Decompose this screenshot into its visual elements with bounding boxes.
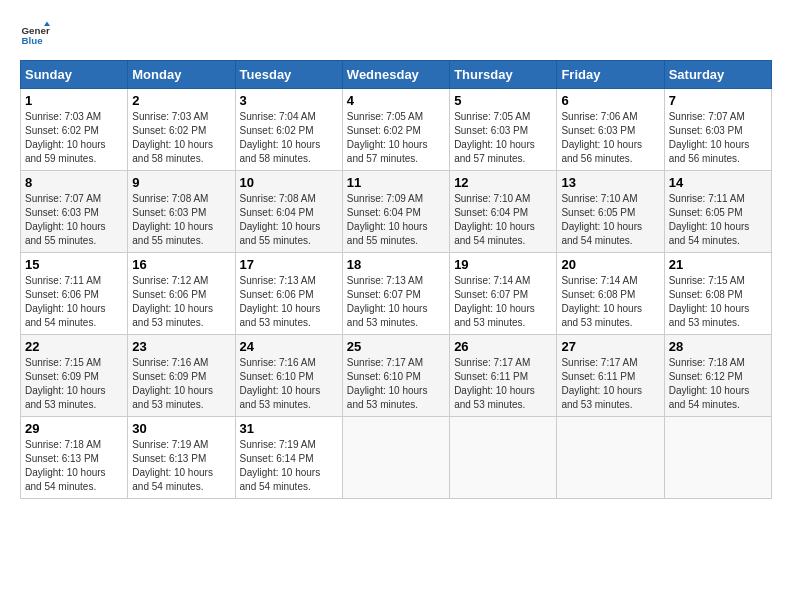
day-number: 27 xyxy=(561,339,659,354)
calendar-cell: 28Sunrise: 7:18 AM Sunset: 6:12 PM Dayli… xyxy=(664,335,771,417)
calendar-cell: 12Sunrise: 7:10 AM Sunset: 6:04 PM Dayli… xyxy=(450,171,557,253)
calendar-cell: 5Sunrise: 7:05 AM Sunset: 6:03 PM Daylig… xyxy=(450,89,557,171)
calendar-cell: 27Sunrise: 7:17 AM Sunset: 6:11 PM Dayli… xyxy=(557,335,664,417)
day-info: Sunrise: 7:17 AM Sunset: 6:11 PM Dayligh… xyxy=(454,356,552,412)
day-info: Sunrise: 7:03 AM Sunset: 6:02 PM Dayligh… xyxy=(132,110,230,166)
day-number: 14 xyxy=(669,175,767,190)
day-number: 29 xyxy=(25,421,123,436)
calendar-week-2: 8Sunrise: 7:07 AM Sunset: 6:03 PM Daylig… xyxy=(21,171,772,253)
day-number: 19 xyxy=(454,257,552,272)
day-number: 4 xyxy=(347,93,445,108)
day-number: 30 xyxy=(132,421,230,436)
day-number: 9 xyxy=(132,175,230,190)
day-info: Sunrise: 7:16 AM Sunset: 6:10 PM Dayligh… xyxy=(240,356,338,412)
day-info: Sunrise: 7:17 AM Sunset: 6:11 PM Dayligh… xyxy=(561,356,659,412)
day-number: 25 xyxy=(347,339,445,354)
day-number: 26 xyxy=(454,339,552,354)
day-number: 24 xyxy=(240,339,338,354)
calendar-cell: 14Sunrise: 7:11 AM Sunset: 6:05 PM Dayli… xyxy=(664,171,771,253)
day-number: 22 xyxy=(25,339,123,354)
calendar-cell: 19Sunrise: 7:14 AM Sunset: 6:07 PM Dayli… xyxy=(450,253,557,335)
calendar-cell: 23Sunrise: 7:16 AM Sunset: 6:09 PM Dayli… xyxy=(128,335,235,417)
calendar-cell: 20Sunrise: 7:14 AM Sunset: 6:08 PM Dayli… xyxy=(557,253,664,335)
calendar-cell: 18Sunrise: 7:13 AM Sunset: 6:07 PM Dayli… xyxy=(342,253,449,335)
day-number: 15 xyxy=(25,257,123,272)
calendar-cell: 7Sunrise: 7:07 AM Sunset: 6:03 PM Daylig… xyxy=(664,89,771,171)
day-number: 3 xyxy=(240,93,338,108)
calendar-cell: 16Sunrise: 7:12 AM Sunset: 6:06 PM Dayli… xyxy=(128,253,235,335)
day-info: Sunrise: 7:18 AM Sunset: 6:13 PM Dayligh… xyxy=(25,438,123,494)
calendar-cell: 29Sunrise: 7:18 AM Sunset: 6:13 PM Dayli… xyxy=(21,417,128,499)
calendar-cell: 8Sunrise: 7:07 AM Sunset: 6:03 PM Daylig… xyxy=(21,171,128,253)
day-number: 2 xyxy=(132,93,230,108)
day-info: Sunrise: 7:10 AM Sunset: 6:04 PM Dayligh… xyxy=(454,192,552,248)
weekday-header-sunday: Sunday xyxy=(21,61,128,89)
day-info: Sunrise: 7:05 AM Sunset: 6:02 PM Dayligh… xyxy=(347,110,445,166)
logo-icon: General Blue xyxy=(20,20,50,50)
weekday-header-friday: Friday xyxy=(557,61,664,89)
day-number: 6 xyxy=(561,93,659,108)
calendar-cell: 26Sunrise: 7:17 AM Sunset: 6:11 PM Dayli… xyxy=(450,335,557,417)
day-info: Sunrise: 7:12 AM Sunset: 6:06 PM Dayligh… xyxy=(132,274,230,330)
day-number: 8 xyxy=(25,175,123,190)
calendar-cell: 10Sunrise: 7:08 AM Sunset: 6:04 PM Dayli… xyxy=(235,171,342,253)
calendar-cell: 4Sunrise: 7:05 AM Sunset: 6:02 PM Daylig… xyxy=(342,89,449,171)
day-number: 12 xyxy=(454,175,552,190)
logo: General Blue xyxy=(20,20,54,50)
day-info: Sunrise: 7:04 AM Sunset: 6:02 PM Dayligh… xyxy=(240,110,338,166)
calendar-cell: 15Sunrise: 7:11 AM Sunset: 6:06 PM Dayli… xyxy=(21,253,128,335)
svg-marker-2 xyxy=(44,22,50,27)
day-info: Sunrise: 7:13 AM Sunset: 6:07 PM Dayligh… xyxy=(347,274,445,330)
calendar-cell: 11Sunrise: 7:09 AM Sunset: 6:04 PM Dayli… xyxy=(342,171,449,253)
calendar-cell: 2Sunrise: 7:03 AM Sunset: 6:02 PM Daylig… xyxy=(128,89,235,171)
calendar-cell xyxy=(342,417,449,499)
calendar-week-1: 1Sunrise: 7:03 AM Sunset: 6:02 PM Daylig… xyxy=(21,89,772,171)
calendar-cell: 25Sunrise: 7:17 AM Sunset: 6:10 PM Dayli… xyxy=(342,335,449,417)
calendar-cell: 21Sunrise: 7:15 AM Sunset: 6:08 PM Dayli… xyxy=(664,253,771,335)
day-number: 16 xyxy=(132,257,230,272)
calendar-cell: 17Sunrise: 7:13 AM Sunset: 6:06 PM Dayli… xyxy=(235,253,342,335)
day-info: Sunrise: 7:19 AM Sunset: 6:13 PM Dayligh… xyxy=(132,438,230,494)
day-number: 1 xyxy=(25,93,123,108)
day-number: 17 xyxy=(240,257,338,272)
weekday-header-monday: Monday xyxy=(128,61,235,89)
weekday-header-tuesday: Tuesday xyxy=(235,61,342,89)
calendar-cell: 3Sunrise: 7:04 AM Sunset: 6:02 PM Daylig… xyxy=(235,89,342,171)
day-number: 18 xyxy=(347,257,445,272)
calendar-week-3: 15Sunrise: 7:11 AM Sunset: 6:06 PM Dayli… xyxy=(21,253,772,335)
calendar-cell: 22Sunrise: 7:15 AM Sunset: 6:09 PM Dayli… xyxy=(21,335,128,417)
weekday-header-wednesday: Wednesday xyxy=(342,61,449,89)
day-info: Sunrise: 7:03 AM Sunset: 6:02 PM Dayligh… xyxy=(25,110,123,166)
day-info: Sunrise: 7:08 AM Sunset: 6:03 PM Dayligh… xyxy=(132,192,230,248)
day-number: 23 xyxy=(132,339,230,354)
day-info: Sunrise: 7:13 AM Sunset: 6:06 PM Dayligh… xyxy=(240,274,338,330)
calendar-cell xyxy=(557,417,664,499)
calendar-cell: 30Sunrise: 7:19 AM Sunset: 6:13 PM Dayli… xyxy=(128,417,235,499)
day-number: 31 xyxy=(240,421,338,436)
day-info: Sunrise: 7:10 AM Sunset: 6:05 PM Dayligh… xyxy=(561,192,659,248)
day-info: Sunrise: 7:15 AM Sunset: 6:08 PM Dayligh… xyxy=(669,274,767,330)
calendar-week-4: 22Sunrise: 7:15 AM Sunset: 6:09 PM Dayli… xyxy=(21,335,772,417)
day-info: Sunrise: 7:17 AM Sunset: 6:10 PM Dayligh… xyxy=(347,356,445,412)
day-info: Sunrise: 7:11 AM Sunset: 6:06 PM Dayligh… xyxy=(25,274,123,330)
calendar-week-5: 29Sunrise: 7:18 AM Sunset: 6:13 PM Dayli… xyxy=(21,417,772,499)
calendar-cell: 1Sunrise: 7:03 AM Sunset: 6:02 PM Daylig… xyxy=(21,89,128,171)
day-info: Sunrise: 7:07 AM Sunset: 6:03 PM Dayligh… xyxy=(25,192,123,248)
day-info: Sunrise: 7:14 AM Sunset: 6:08 PM Dayligh… xyxy=(561,274,659,330)
calendar-cell: 6Sunrise: 7:06 AM Sunset: 6:03 PM Daylig… xyxy=(557,89,664,171)
day-info: Sunrise: 7:14 AM Sunset: 6:07 PM Dayligh… xyxy=(454,274,552,330)
day-number: 28 xyxy=(669,339,767,354)
day-info: Sunrise: 7:18 AM Sunset: 6:12 PM Dayligh… xyxy=(669,356,767,412)
day-number: 5 xyxy=(454,93,552,108)
weekday-header-saturday: Saturday xyxy=(664,61,771,89)
svg-text:Blue: Blue xyxy=(22,35,44,46)
day-number: 20 xyxy=(561,257,659,272)
calendar-cell: 31Sunrise: 7:19 AM Sunset: 6:14 PM Dayli… xyxy=(235,417,342,499)
day-info: Sunrise: 7:16 AM Sunset: 6:09 PM Dayligh… xyxy=(132,356,230,412)
day-info: Sunrise: 7:08 AM Sunset: 6:04 PM Dayligh… xyxy=(240,192,338,248)
day-number: 7 xyxy=(669,93,767,108)
day-info: Sunrise: 7:05 AM Sunset: 6:03 PM Dayligh… xyxy=(454,110,552,166)
calendar-table: SundayMondayTuesdayWednesdayThursdayFrid… xyxy=(20,60,772,499)
day-info: Sunrise: 7:19 AM Sunset: 6:14 PM Dayligh… xyxy=(240,438,338,494)
day-info: Sunrise: 7:15 AM Sunset: 6:09 PM Dayligh… xyxy=(25,356,123,412)
